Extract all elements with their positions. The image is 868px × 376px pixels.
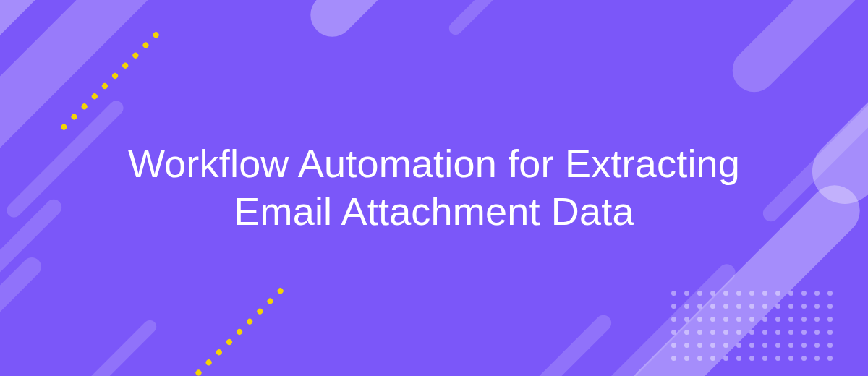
hero-banner: Workflow Automation for Extracting Email… [0,0,868,376]
title-container: Workflow Automation for Extracting Email… [0,0,868,376]
banner-title: Workflow Automation for Extracting Email… [87,140,781,236]
